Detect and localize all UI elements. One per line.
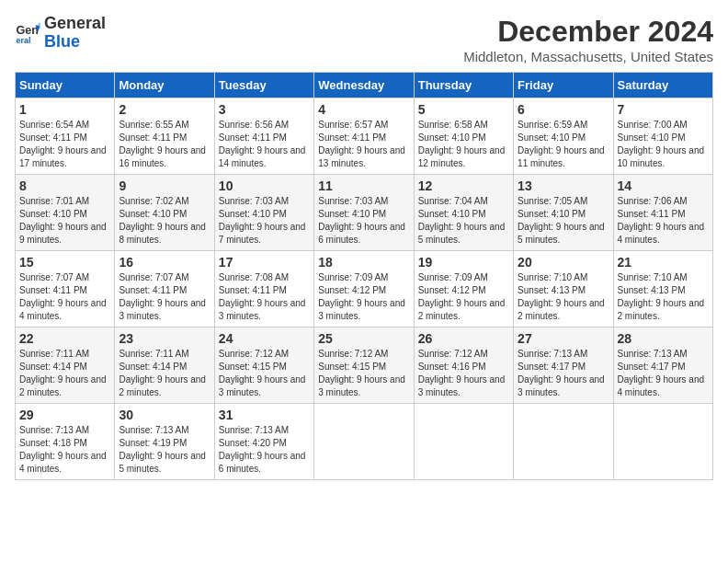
day-cell: 9Sunrise: 7:02 AM Sunset: 4:10 PM Daylig… <box>115 175 214 251</box>
day-info: Sunrise: 7:13 AM Sunset: 4:17 PM Dayligh… <box>618 348 709 399</box>
column-header-friday: Friday <box>514 73 613 98</box>
day-number: 22 <box>19 331 110 346</box>
day-info: Sunrise: 6:56 AM Sunset: 4:11 PM Dayligh… <box>219 119 310 170</box>
header-row: SundayMondayTuesdayWednesdayThursdayFrid… <box>16 73 713 98</box>
day-number: 7 <box>618 102 709 117</box>
day-number: 23 <box>119 331 210 346</box>
day-cell: 20Sunrise: 7:10 AM Sunset: 4:13 PM Dayli… <box>514 251 613 327</box>
day-info: Sunrise: 6:59 AM Sunset: 4:10 PM Dayligh… <box>518 119 609 170</box>
day-info: Sunrise: 7:07 AM Sunset: 4:11 PM Dayligh… <box>19 271 110 323</box>
day-info: Sunrise: 7:12 AM Sunset: 4:15 PM Dayligh… <box>219 348 310 399</box>
day-info: Sunrise: 7:13 AM Sunset: 4:19 PM Dayligh… <box>119 424 210 476</box>
day-info: Sunrise: 7:01 AM Sunset: 4:10 PM Dayligh… <box>19 195 110 247</box>
day-info: Sunrise: 6:58 AM Sunset: 4:10 PM Dayligh… <box>418 119 509 170</box>
day-number: 15 <box>19 255 110 270</box>
column-header-wednesday: Wednesday <box>314 73 414 98</box>
day-info: Sunrise: 7:13 AM Sunset: 4:17 PM Dayligh… <box>518 348 609 399</box>
day-info: Sunrise: 7:13 AM Sunset: 4:20 PM Dayligh… <box>219 424 310 476</box>
day-cell: 28Sunrise: 7:13 AM Sunset: 4:17 PM Dayli… <box>613 327 712 404</box>
day-info: Sunrise: 6:54 AM Sunset: 4:11 PM Dayligh… <box>19 119 110 170</box>
day-number: 12 <box>418 178 509 193</box>
day-number: 16 <box>119 255 210 270</box>
day-info: Sunrise: 6:57 AM Sunset: 4:11 PM Dayligh… <box>318 119 409 170</box>
day-number: 13 <box>518 178 609 193</box>
day-info: Sunrise: 6:55 AM Sunset: 4:11 PM Dayligh… <box>119 119 210 170</box>
day-info: Sunrise: 7:12 AM Sunset: 4:15 PM Dayligh… <box>318 348 409 399</box>
week-row-5: 29Sunrise: 7:13 AM Sunset: 4:18 PM Dayli… <box>16 404 713 480</box>
day-cell <box>514 404 613 480</box>
day-number: 18 <box>318 255 409 270</box>
day-number: 27 <box>518 331 609 346</box>
day-cell: 1Sunrise: 6:54 AM Sunset: 4:11 PM Daylig… <box>16 98 115 175</box>
day-number: 5 <box>418 102 509 117</box>
page-header: Gen eral General Blue December 2024 Midd… <box>15 15 713 64</box>
day-cell: 7Sunrise: 7:00 AM Sunset: 4:10 PM Daylig… <box>613 98 712 175</box>
day-cell: 25Sunrise: 7:12 AM Sunset: 4:15 PM Dayli… <box>314 327 414 404</box>
day-info: Sunrise: 7:03 AM Sunset: 4:10 PM Dayligh… <box>318 195 409 247</box>
day-number: 6 <box>518 102 609 117</box>
day-info: Sunrise: 7:07 AM Sunset: 4:11 PM Dayligh… <box>119 271 210 323</box>
day-cell <box>613 404 712 480</box>
day-cell: 22Sunrise: 7:11 AM Sunset: 4:14 PM Dayli… <box>16 327 115 404</box>
day-info: Sunrise: 7:13 AM Sunset: 4:18 PM Dayligh… <box>19 424 110 476</box>
day-info: Sunrise: 7:03 AM Sunset: 4:10 PM Dayligh… <box>219 195 310 247</box>
day-cell: 21Sunrise: 7:10 AM Sunset: 4:13 PM Dayli… <box>613 251 712 327</box>
day-cell: 23Sunrise: 7:11 AM Sunset: 4:14 PM Dayli… <box>115 327 214 404</box>
day-cell: 19Sunrise: 7:09 AM Sunset: 4:12 PM Dayli… <box>414 251 513 327</box>
day-cell <box>314 404 414 480</box>
day-info: Sunrise: 7:08 AM Sunset: 4:11 PM Dayligh… <box>219 271 310 323</box>
day-cell: 5Sunrise: 6:58 AM Sunset: 4:10 PM Daylig… <box>414 98 513 175</box>
day-number: 19 <box>418 255 509 270</box>
day-number: 20 <box>518 255 609 270</box>
day-number: 3 <box>219 102 310 117</box>
day-cell: 8Sunrise: 7:01 AM Sunset: 4:10 PM Daylig… <box>16 175 115 251</box>
day-number: 11 <box>318 178 409 193</box>
day-cell: 26Sunrise: 7:12 AM Sunset: 4:16 PM Dayli… <box>414 327 513 404</box>
day-number: 31 <box>219 408 310 422</box>
week-row-2: 8Sunrise: 7:01 AM Sunset: 4:10 PM Daylig… <box>16 175 713 251</box>
day-info: Sunrise: 7:05 AM Sunset: 4:10 PM Dayligh… <box>518 195 609 247</box>
day-info: Sunrise: 7:09 AM Sunset: 4:12 PM Dayligh… <box>418 271 509 323</box>
day-cell: 3Sunrise: 6:56 AM Sunset: 4:11 PM Daylig… <box>214 98 313 175</box>
day-number: 14 <box>618 178 709 193</box>
day-cell: 29Sunrise: 7:13 AM Sunset: 4:18 PM Dayli… <box>16 404 115 480</box>
day-cell: 15Sunrise: 7:07 AM Sunset: 4:11 PM Dayli… <box>16 251 115 327</box>
day-cell: 14Sunrise: 7:06 AM Sunset: 4:11 PM Dayli… <box>613 175 712 251</box>
day-number: 25 <box>318 331 409 346</box>
week-row-1: 1Sunrise: 6:54 AM Sunset: 4:11 PM Daylig… <box>16 98 713 175</box>
day-cell: 24Sunrise: 7:12 AM Sunset: 4:15 PM Dayli… <box>214 327 313 404</box>
day-info: Sunrise: 7:02 AM Sunset: 4:10 PM Dayligh… <box>119 195 210 247</box>
day-cell: 16Sunrise: 7:07 AM Sunset: 4:11 PM Dayli… <box>115 251 214 327</box>
logo: Gen eral General Blue <box>15 15 106 52</box>
day-cell: 30Sunrise: 7:13 AM Sunset: 4:19 PM Dayli… <box>115 404 214 480</box>
logo-text: General Blue <box>44 15 106 52</box>
column-header-saturday: Saturday <box>613 73 712 98</box>
main-title: December 2024 <box>463 15 713 49</box>
subtitle: Middleton, Massachusetts, United States <box>463 49 713 64</box>
day-number: 26 <box>418 331 509 346</box>
day-number: 4 <box>318 102 409 117</box>
day-number: 8 <box>19 178 110 193</box>
day-number: 2 <box>119 102 210 117</box>
day-info: Sunrise: 7:11 AM Sunset: 4:14 PM Dayligh… <box>119 348 210 399</box>
day-number: 28 <box>618 331 709 346</box>
week-row-3: 15Sunrise: 7:07 AM Sunset: 4:11 PM Dayli… <box>16 251 713 327</box>
svg-text:eral: eral <box>16 36 30 45</box>
day-info: Sunrise: 7:12 AM Sunset: 4:16 PM Dayligh… <box>418 348 509 399</box>
day-cell: 27Sunrise: 7:13 AM Sunset: 4:17 PM Dayli… <box>514 327 613 404</box>
title-area: December 2024 Middleton, Massachusetts, … <box>463 15 713 64</box>
svg-text:Gen: Gen <box>16 24 39 37</box>
day-cell: 17Sunrise: 7:08 AM Sunset: 4:11 PM Dayli… <box>214 251 313 327</box>
calendar-table: SundayMondayTuesdayWednesdayThursdayFrid… <box>15 72 713 480</box>
day-cell: 6Sunrise: 6:59 AM Sunset: 4:10 PM Daylig… <box>514 98 613 175</box>
day-cell: 18Sunrise: 7:09 AM Sunset: 4:12 PM Dayli… <box>314 251 414 327</box>
day-number: 29 <box>19 408 110 422</box>
week-row-4: 22Sunrise: 7:11 AM Sunset: 4:14 PM Dayli… <box>16 327 713 404</box>
day-cell <box>414 404 513 480</box>
day-cell: 13Sunrise: 7:05 AM Sunset: 4:10 PM Dayli… <box>514 175 613 251</box>
day-cell: 10Sunrise: 7:03 AM Sunset: 4:10 PM Dayli… <box>214 175 313 251</box>
day-cell: 31Sunrise: 7:13 AM Sunset: 4:20 PM Dayli… <box>214 404 313 480</box>
day-info: Sunrise: 7:09 AM Sunset: 4:12 PM Dayligh… <box>318 271 409 323</box>
day-cell: 12Sunrise: 7:04 AM Sunset: 4:10 PM Dayli… <box>414 175 513 251</box>
day-number: 10 <box>219 178 310 193</box>
